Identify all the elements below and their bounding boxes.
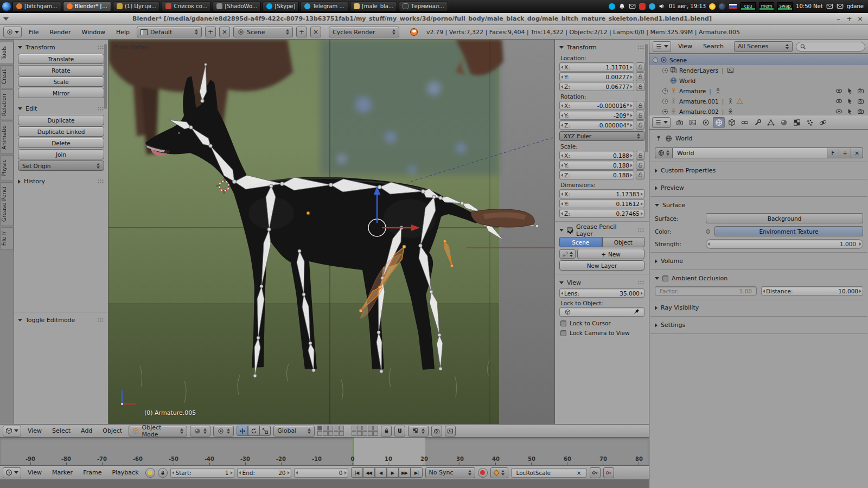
tab-world[interactable]	[713, 117, 725, 128]
add-scene-button[interactable]: +	[296, 27, 307, 37]
editor-type-3dview-button[interactable]	[3, 426, 21, 436]
lock-rotation-y-button[interactable]	[636, 111, 644, 120]
hide-eye-icon[interactable]	[835, 98, 843, 105]
pivot-point-selector[interactable]	[213, 426, 234, 436]
ao-distance-field[interactable]: Distance:10.000	[761, 286, 863, 296]
panel-header-grease-pencil[interactable]: Grease Pencil Layer	[559, 225, 644, 235]
sync-mode-selector[interactable]: No Sync	[425, 467, 475, 478]
lock-location-z-button[interactable]	[636, 82, 644, 91]
cpu-monitor[interactable]: cpu	[741, 2, 756, 11]
tab-tools[interactable]: Tools	[0, 42, 14, 64]
clear-keying-set-icon[interactable]: ×	[577, 470, 582, 476]
duplicate-button[interactable]: Duplicate	[18, 115, 104, 125]
taskbar-app-blender[interactable]: Blender* [...	[63, 2, 111, 11]
keying-set-menu[interactable]	[490, 467, 508, 478]
tab-particles[interactable]	[804, 117, 816, 128]
tab-physics[interactable]	[817, 117, 829, 128]
duplicate-linked-button[interactable]: Duplicate Linked	[18, 126, 104, 137]
lock-rotation-z-button[interactable]	[636, 120, 644, 130]
panel-header-history[interactable]: History	[18, 176, 104, 187]
render-engine-selector[interactable]: Cycles Render	[329, 27, 399, 37]
expander-icon[interactable]: −	[653, 57, 658, 63]
taskbar-app-0[interactable]: [bitchgam...	[12, 2, 61, 11]
tab-create[interactable]: Creat	[0, 65, 14, 88]
lock-location-y-button[interactable]	[636, 72, 644, 81]
snap-element-selector[interactable]	[408, 426, 429, 436]
tab-animation[interactable]: Animatio	[0, 121, 14, 154]
tab-scene[interactable]	[700, 117, 712, 128]
delete-layout-button[interactable]: ×	[219, 27, 230, 37]
panel-drag-dots-icon[interactable]	[97, 318, 104, 323]
panel-header-transform-n[interactable]: Transform	[559, 42, 644, 53]
insert-keyframe-button[interactable]	[590, 467, 601, 478]
set-origin-menu[interactable]: Set Origin	[18, 160, 104, 171]
lock-rotation-x-button[interactable]	[636, 101, 644, 110]
auto-keyframe-record-button[interactable]	[478, 468, 488, 478]
render-opengl-anim-button[interactable]	[445, 426, 456, 436]
mail-icon-2[interactable]	[837, 3, 844, 10]
outliner-row-world[interactable]: World	[649, 75, 868, 86]
unlink-datablock-button[interactable]: ×	[851, 147, 863, 158]
dimension-x-field[interactable]: X:1.17383	[559, 189, 644, 198]
play-reverse-button[interactable]: ◀	[375, 467, 387, 478]
lock-time-button[interactable]	[158, 468, 168, 478]
start-frame-field[interactable]: Start:1	[170, 468, 234, 478]
menu-window[interactable]: Window	[78, 28, 109, 37]
outliner-row-armature[interactable]: + Armature |	[649, 86, 868, 96]
moon-icon[interactable]	[719, 3, 725, 10]
outliner-search-input[interactable]	[796, 42, 865, 52]
net-monitor-label[interactable]: 10:50 Net	[796, 3, 823, 9]
pin-icon[interactable]	[655, 135, 662, 142]
editor-type-outliner-button[interactable]	[653, 41, 671, 52]
gp-new-layer-button[interactable]: New Layer	[559, 260, 644, 271]
editor-type-properties-button[interactable]	[652, 117, 671, 128]
mail-icon-1[interactable]	[826, 3, 833, 10]
viewport-3d[interactable]: Front Ortho (0) Armature.005	[108, 40, 554, 424]
lock-to-scene-button[interactable]	[381, 426, 392, 436]
panel-header-last-operator[interactable]: Toggle Editmode	[18, 315, 104, 325]
fake-user-button[interactable]: F	[827, 147, 839, 158]
scale-x-field[interactable]: X:0.188	[559, 151, 634, 160]
taskbar-app-7[interactable]: [male_bla...	[350, 2, 398, 11]
translate-button[interactable]: Translate	[18, 54, 104, 64]
expander-icon[interactable]: +	[662, 88, 668, 94]
viewport-shading-selector[interactable]	[190, 426, 210, 436]
gp-new-button[interactable]: +New	[577, 249, 644, 259]
clock[interactable]: 01 авг, 19:13	[669, 3, 706, 9]
screen-layout-selector[interactable]: Default	[137, 27, 202, 37]
join-button[interactable]: Join	[18, 149, 104, 159]
tab-grease-pencil[interactable]: Grease Penci	[0, 182, 14, 226]
delete-scene-button[interactable]: ×	[310, 27, 321, 37]
toolshelf-scrollbar[interactable]	[104, 44, 107, 109]
panel-drag-dots-icon[interactable]	[97, 179, 104, 184]
lock-scale-x-button[interactable]	[636, 151, 644, 160]
telegram-tray-icon[interactable]	[649, 3, 655, 10]
taskbar-app-telegram[interactable]: Telegram ...	[301, 2, 348, 11]
active-keying-set-field[interactable]: LocRotScale×	[511, 468, 587, 478]
panel-drag-dots-icon[interactable]	[97, 45, 104, 50]
lens-field[interactable]: Lens:35.000	[559, 288, 644, 298]
editor-type-timeline-button[interactable]	[3, 467, 21, 478]
menu-render[interactable]: Render	[46, 28, 74, 37]
npanel-scrollbar[interactable]	[645, 44, 648, 152]
panel-header-custom-properties[interactable]: Custom Properties	[655, 165, 863, 176]
location-x-field[interactable]: X:1.31701	[559, 62, 634, 72]
manipulator-translate-toggle[interactable]	[237, 426, 248, 436]
taskbar-app-2[interactable]: (1) Цугцв...	[113, 2, 161, 11]
tab-render-layers[interactable]	[687, 117, 699, 128]
minimize-button[interactable]: –	[834, 15, 843, 23]
user-label[interactable]: gdane	[847, 3, 864, 9]
mem-monitor[interactable]: mem	[759, 2, 774, 11]
layers-grid-right[interactable]	[352, 426, 378, 436]
outliner-row-armature-001[interactable]: + Armature.001 |	[649, 96, 868, 106]
outliner-row-renderlayers[interactable]: + RenderLayers |	[649, 65, 868, 75]
tab-material[interactable]	[778, 117, 790, 128]
lock-to-cursor-checkbox[interactable]	[560, 320, 566, 326]
app-menu-icon[interactable]	[2, 2, 11, 11]
panel-header-volume[interactable]: Volume	[655, 256, 863, 266]
menu-file[interactable]: File	[25, 28, 42, 37]
window-menu-icon[interactable]	[3, 17, 9, 21]
panel-header-settings[interactable]: Settings	[655, 320, 863, 330]
mail-tray-icon[interactable]	[629, 3, 636, 10]
scale-y-field[interactable]: Y:0.188	[559, 160, 634, 170]
